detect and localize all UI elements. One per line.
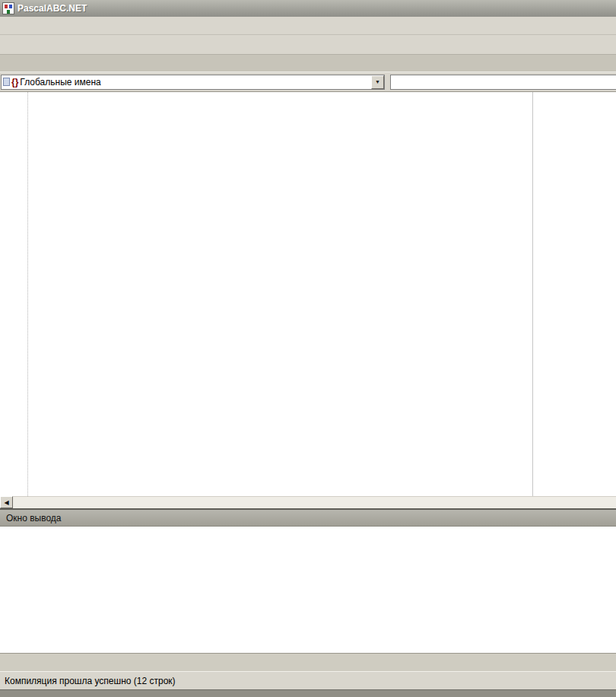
pascalabc-window: PascalABC.NET {} Глобальные имена ▼ ◀ Ок…: [0, 0, 616, 697]
scope-dropdown-button[interactable]: ▼: [371, 75, 384, 89]
output-panel: Окно вывода: [0, 508, 616, 653]
menu-bar: [0, 17, 616, 35]
output-text-area[interactable]: [0, 527, 616, 653]
code-lines: [0, 92, 616, 95]
braces-icon: {}: [11, 77, 18, 88]
gutter-separator: [27, 92, 28, 496]
scope-selector-value: Глобальные имена: [20, 77, 100, 88]
editor-tab-strip: [0, 55, 616, 72]
code-editor[interactable]: [0, 91, 616, 496]
symbol-icon: [3, 78, 10, 86]
title-bar[interactable]: PascalABC.NET: [0, 0, 616, 17]
bottom-tab-bar: [0, 653, 616, 671]
scope-selector[interactable]: {} Глобальные имена ▼: [1, 75, 385, 90]
horizontal-scrollbar[interactable]: ◀: [0, 496, 616, 508]
scroll-left-button[interactable]: ◀: [0, 496, 13, 508]
window-bottom-edge: [0, 689, 616, 697]
output-panel-header: Окно вывода: [0, 510, 616, 527]
status-text: Компиляция прошла успешно (12 строк): [5, 676, 176, 686]
member-selector[interactable]: [390, 75, 616, 90]
scroll-track[interactable]: [13, 496, 616, 508]
status-bar: Компиляция прошла успешно (12 строк): [0, 671, 616, 689]
navigator-row: {} Глобальные имена ▼: [0, 72, 616, 91]
pascalabc-logo-icon: [2, 2, 14, 14]
right-margin-line: [532, 92, 533, 496]
toolbar: [0, 35, 616, 55]
window-title: PascalABC.NET: [17, 3, 87, 14]
